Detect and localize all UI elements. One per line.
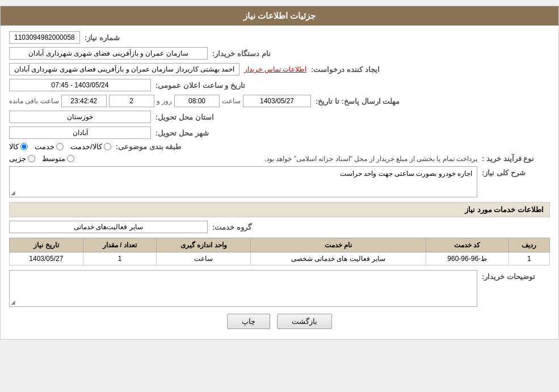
cell-row-num: 1 bbox=[508, 252, 549, 265]
main-content: شماره نیاز: 1103094982000058 نام دستگاه … bbox=[1, 26, 558, 339]
deadline-days: 2 bbox=[109, 95, 154, 107]
announcement-label: تاریخ و ساعت اعلان عمومی: bbox=[155, 81, 245, 90]
services-section-title: اطلاعات خدمات مورد نیاز bbox=[9, 202, 550, 217]
description-text: اجاره خودرو بصورت ساعتی جهت واحد حراست bbox=[340, 170, 472, 178]
table-header-row: ردیف کد خدمت نام خدمت واحد اندازه گیری ت… bbox=[10, 238, 550, 252]
resize-icon: ◢ bbox=[11, 189, 15, 196]
buyer-org-label: نام دستگاه خریدار: bbox=[212, 49, 280, 58]
deadline-row: مهلت ارسال پاسخ: تا تاریخ: 1403/05/27 سا… bbox=[9, 95, 550, 107]
description-row: شرح کلی نیاز: اجاره خودرو بصورت ساعتی جه… bbox=[9, 166, 550, 197]
page-title: جزئیات اطلاعات نیاز bbox=[243, 11, 316, 20]
back-button[interactable]: بازگشت bbox=[277, 314, 332, 329]
deadline-remaining: 23:42:42 bbox=[61, 95, 107, 107]
city-row: شهر محل تحویل: آبادان bbox=[9, 127, 550, 139]
description-value: اجاره خودرو بصورت ساعتی جهت واحد حراست ◢ bbox=[9, 166, 477, 197]
cell-date: 1403/05/27 bbox=[10, 252, 83, 265]
need-number-row: شماره نیاز: 1103094982000058 bbox=[9, 31, 550, 44]
city-value: آبادان bbox=[9, 127, 151, 139]
deadline-label: مهلت ارسال پاسخ: تا تاریخ: bbox=[316, 97, 400, 106]
category-label-goods-service: کالا/خدمت bbox=[70, 142, 102, 151]
description-wrap: اجاره خودرو بصورت ساعتی جهت واحد حراست ◢ bbox=[9, 166, 477, 197]
page-wrapper: جزئیات اطلاعات نیاز شماره نیاز: 11030949… bbox=[0, 6, 559, 340]
process-radio-group: متوسط جزیی bbox=[9, 154, 74, 163]
need-number-value: 1103094982000058 bbox=[9, 31, 80, 44]
category-radio-group: کالا/خدمت خدمت کالا bbox=[9, 142, 111, 151]
category-option-service: خدمت bbox=[35, 142, 64, 151]
category-label-service: خدمت bbox=[35, 142, 54, 151]
province-row: استان محل تحویل: خوزستان bbox=[9, 111, 550, 123]
print-button[interactable]: چاپ bbox=[227, 314, 270, 329]
province-label: استان محل تحویل: bbox=[155, 113, 224, 121]
process-label-medium: متوسط bbox=[42, 154, 65, 163]
deadline-time: 08:00 bbox=[174, 95, 220, 107]
process-row: نوع فرآیند خرید : پرداخت تمام یا بخشی از… bbox=[9, 154, 550, 163]
col-header-service-name: نام خدمت bbox=[251, 238, 426, 252]
deadline-time-label: ساعت bbox=[222, 97, 241, 105]
buyer-org-value: سازمان عمران و بازآفرینی فضای شهری شهردا… bbox=[9, 47, 208, 60]
services-table-section: ردیف کد خدمت نام خدمت واحد اندازه گیری ت… bbox=[9, 238, 550, 265]
city-label: شهر محل تحویل: bbox=[155, 129, 224, 137]
cell-quantity: 1 bbox=[83, 252, 157, 265]
category-row: طبقه بندی موضوعی: کالا/خدمت خدمت کالا bbox=[9, 142, 550, 151]
buyer-notes-box: ◢ bbox=[9, 270, 477, 307]
deadline-remaining-label: ساعت باقی مانده bbox=[9, 97, 59, 105]
cell-service-name: سایر فعالیت های خدماتی شخصی bbox=[251, 252, 426, 265]
col-header-row-num: ردیف bbox=[508, 238, 549, 252]
category-radio-goods-service[interactable] bbox=[104, 143, 111, 150]
process-description: پرداخت تمام یا بخشی از مبلغ خریدار از مح… bbox=[80, 155, 477, 163]
creator-label: ایجاد کننده درخواست: bbox=[311, 65, 380, 74]
creator-row: ایجاد کننده درخواست: اطلاعات تماس خریدار… bbox=[9, 63, 550, 75]
col-header-unit: واحد اندازه گیری bbox=[157, 238, 251, 252]
col-header-service-code: کد خدمت bbox=[426, 238, 508, 252]
cell-unit: ساعت bbox=[157, 252, 251, 265]
col-header-date: تاریخ نیاز bbox=[10, 238, 83, 252]
province-value: خوزستان bbox=[9, 111, 151, 123]
resize-icon-notes: ◢ bbox=[11, 299, 15, 305]
category-radio-service[interactable] bbox=[56, 143, 64, 150]
need-number-label: شماره نیاز: bbox=[85, 33, 153, 42]
process-option-partial: جزیی bbox=[9, 154, 35, 163]
page-header: جزئیات اطلاعات نیاز bbox=[1, 6, 558, 26]
deadline-group: 1403/05/27 ساعت 08:00 روز و 2 23:42:42 س… bbox=[9, 95, 311, 107]
buyer-notes-label: توضیحات خریدار: bbox=[482, 270, 550, 281]
process-label: نوع فرآیند خرید : bbox=[482, 154, 550, 163]
announcement-row: تاریخ و ساعت اعلان عمومی: 1403/05/24 - 0… bbox=[9, 79, 550, 91]
creator-value: احمد بهشتی کاریرداز سازمان عمران و بازآف… bbox=[9, 63, 239, 75]
footer-buttons: بازگشت چاپ bbox=[9, 314, 550, 329]
process-option-medium: متوسط bbox=[42, 154, 74, 163]
process-label-partial: جزیی bbox=[9, 154, 26, 163]
buyer-notes-row: توضیحات خریدار: ◢ bbox=[9, 270, 550, 307]
category-label: طبقه بندی موضوعی: bbox=[116, 142, 184, 151]
announcement-value: 1403/05/24 - 07:45 bbox=[9, 79, 151, 91]
cell-service-code: ط-96-96-960 bbox=[426, 252, 508, 265]
col-header-quantity: تعداد / مقدار bbox=[83, 238, 157, 252]
description-section-label: شرح کلی نیاز: bbox=[482, 168, 550, 177]
group-label: گروه خدمت: bbox=[212, 223, 280, 231]
category-radio-goods[interactable] bbox=[20, 143, 28, 150]
group-row: گروه خدمت: سایر فعالیت‌های خدماتی bbox=[9, 221, 550, 233]
category-option-goods: کالا bbox=[9, 142, 28, 151]
process-radio-partial[interactable] bbox=[28, 155, 35, 162]
contact-link[interactable]: اطلاعات تماس خریدار bbox=[244, 65, 306, 73]
deadline-date: 1403/05/27 bbox=[243, 95, 311, 107]
category-label-goods: کالا bbox=[9, 142, 19, 151]
table-row: 1 ط-96-96-960 سایر فعالیت های خدماتی شخص… bbox=[10, 252, 550, 265]
buyer-org-row: نام دستگاه خریدار: سازمان عمران و بازآفر… bbox=[9, 47, 550, 60]
process-radio-medium[interactable] bbox=[67, 155, 74, 162]
services-table: ردیف کد خدمت نام خدمت واحد اندازه گیری ت… bbox=[9, 238, 550, 265]
group-value: سایر فعالیت‌های خدماتی bbox=[9, 221, 208, 233]
deadline-day-label: روز و bbox=[157, 97, 172, 105]
category-option-goods-service: کالا/خدمت bbox=[70, 142, 111, 151]
